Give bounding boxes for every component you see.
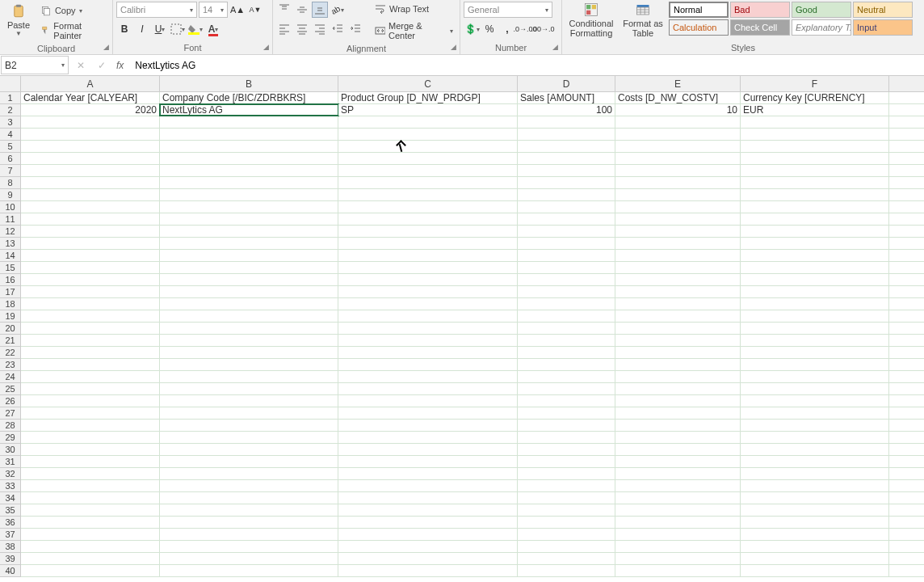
merge-center-button[interactable]: Merge & Center ▾ <box>372 19 456 42</box>
cell-A13[interactable] <box>21 238 160 249</box>
column-header-E[interactable]: E <box>615 76 741 91</box>
column-header-F[interactable]: F <box>741 76 889 91</box>
cell-C15[interactable] <box>338 262 518 273</box>
row-header-14[interactable]: 14 <box>0 250 20 262</box>
cell-E30[interactable] <box>615 444 741 455</box>
cell-D29[interactable] <box>518 432 615 443</box>
cell-A18[interactable] <box>21 298 160 310</box>
cell-C14[interactable] <box>338 250 518 261</box>
copy-button[interactable]: Copy ▾ <box>37 3 109 18</box>
cell-D15[interactable] <box>518 262 615 273</box>
percent-button[interactable]: % <box>481 21 498 37</box>
cell-F19[interactable] <box>741 310 889 322</box>
cell-D38[interactable] <box>518 541 615 552</box>
column-header-A[interactable]: A <box>21 76 160 91</box>
cell-D8[interactable] <box>518 177 615 188</box>
cell-F11[interactable] <box>741 213 889 225</box>
style-neutral[interactable]: Neutral <box>853 2 913 18</box>
cell-A7[interactable] <box>21 165 160 176</box>
cell-A9[interactable] <box>21 189 160 200</box>
cell-A14[interactable] <box>21 250 160 261</box>
cell-C35[interactable] <box>338 504 518 516</box>
cell-B14[interactable] <box>160 250 338 261</box>
cell-F16[interactable] <box>741 274 889 285</box>
cell-A23[interactable] <box>21 359 160 370</box>
cell-E19[interactable] <box>615 310 741 322</box>
cell-E5[interactable] <box>615 141 741 152</box>
cell-F3[interactable] <box>741 116 889 128</box>
cell-F7[interactable] <box>741 165 889 176</box>
number-dialog-launcher[interactable]: ◢ <box>550 43 560 53</box>
cell-F2[interactable]: EUR <box>741 104 889 116</box>
cell-F27[interactable] <box>741 407 889 419</box>
cell-C18[interactable] <box>338 298 518 310</box>
cell-B13[interactable] <box>160 238 338 249</box>
cancel-formula-button[interactable]: ✕ <box>74 60 87 71</box>
cell-C16[interactable] <box>338 274 518 285</box>
row-header-22[interactable]: 22 <box>0 347 20 359</box>
alignment-dialog-launcher[interactable]: ◢ <box>448 43 458 53</box>
cell-E4[interactable] <box>615 129 741 140</box>
cell-C4[interactable] <box>338 129 518 140</box>
align-bottom-button[interactable] <box>312 2 328 18</box>
cell-B25[interactable] <box>160 383 338 394</box>
row-header-34[interactable]: 34 <box>0 492 20 504</box>
cell-B37[interactable] <box>160 529 338 540</box>
cell-E17[interactable] <box>615 286 741 297</box>
cell-C13[interactable] <box>338 238 518 249</box>
row-header-18[interactable]: 18 <box>0 298 20 310</box>
cell-E23[interactable] <box>615 359 741 370</box>
cell-E36[interactable] <box>615 517 741 528</box>
cell-E18[interactable] <box>615 298 741 310</box>
cell-E27[interactable] <box>615 407 741 419</box>
cell-B38[interactable] <box>160 541 338 552</box>
row-header-31[interactable]: 31 <box>0 456 20 468</box>
cell-B10[interactable] <box>160 201 338 213</box>
cell-D24[interactable] <box>518 371 615 382</box>
italic-button[interactable]: I <box>134 21 150 37</box>
cell-C40[interactable] <box>338 565 518 576</box>
cell-F40[interactable] <box>741 565 889 576</box>
cell-A29[interactable] <box>21 432 160 443</box>
cell-B27[interactable] <box>160 407 338 419</box>
cell-B31[interactable] <box>160 456 338 467</box>
cell-E7[interactable] <box>615 165 741 176</box>
cell-E31[interactable] <box>615 456 741 467</box>
cell-D11[interactable] <box>518 213 615 225</box>
border-button[interactable]: ▾ <box>170 21 186 37</box>
cell-A40[interactable] <box>21 565 160 576</box>
cell-F14[interactable] <box>741 250 889 261</box>
cell-A16[interactable] <box>21 274 160 285</box>
cell-D22[interactable] <box>518 347 615 358</box>
cell-E34[interactable] <box>615 492 741 504</box>
row-header-29[interactable]: 29 <box>0 432 20 444</box>
cell-C8[interactable] <box>338 177 518 188</box>
cell-B32[interactable] <box>160 468 338 479</box>
cell-C27[interactable] <box>338 407 518 419</box>
cell-B19[interactable] <box>160 310 338 322</box>
clipboard-dialog-launcher[interactable]: ◢ <box>101 43 111 53</box>
style-bad[interactable]: Bad <box>730 2 790 18</box>
row-header-23[interactable]: 23 <box>0 359 20 371</box>
bold-button[interactable]: B <box>116 21 132 37</box>
cell-D27[interactable] <box>518 407 615 419</box>
cell-C17[interactable] <box>338 286 518 297</box>
style-explanatory[interactable]: Explanatory T... <box>792 19 851 36</box>
cell-D1[interactable]: Sales [AMOUNT] <box>518 92 615 103</box>
cell-A32[interactable] <box>21 468 160 479</box>
cell-C5[interactable] <box>338 141 518 152</box>
cell-A2[interactable]: 2020 <box>21 104 160 116</box>
cell-D14[interactable] <box>518 250 615 261</box>
row-header-11[interactable]: 11 <box>0 213 20 226</box>
row-header-1[interactable]: 1 <box>0 92 20 104</box>
cell-C31[interactable] <box>338 456 518 467</box>
cell-B30[interactable] <box>160 444 338 455</box>
cell-C34[interactable] <box>338 492 518 504</box>
cell-A34[interactable] <box>21 492 160 504</box>
cell-B18[interactable] <box>160 298 338 310</box>
row-header-12[interactable]: 12 <box>0 226 20 238</box>
style-check-cell[interactable]: Check Cell <box>730 19 790 36</box>
fill-color-button[interactable]: ▾ <box>187 21 204 37</box>
cell-D18[interactable] <box>518 298 615 310</box>
cell-A27[interactable] <box>21 407 160 419</box>
